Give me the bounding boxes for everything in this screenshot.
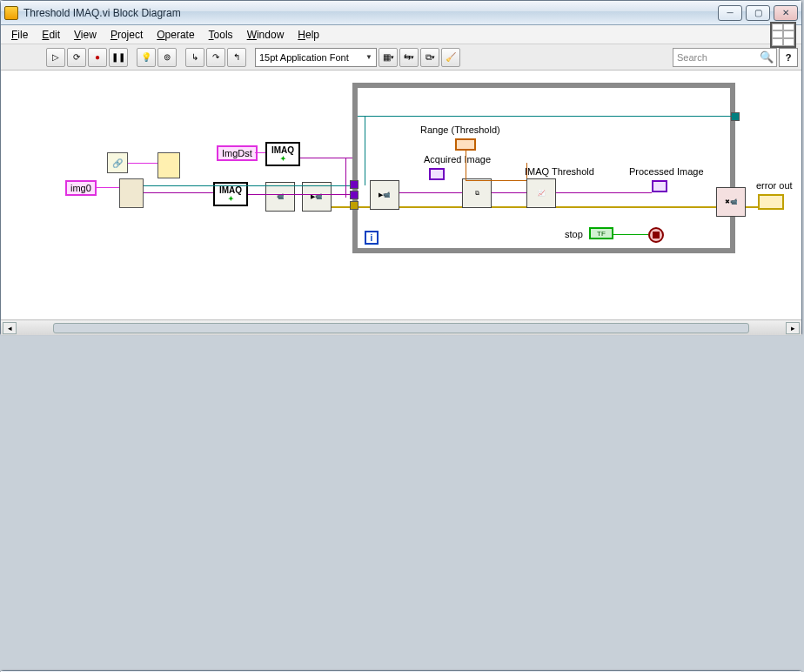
distribute-button[interactable]: ⇆▾ (399, 48, 419, 67)
step-out-button[interactable]: ↰ (227, 48, 246, 67)
align-button[interactable]: ▦▾ (379, 48, 398, 67)
menu-tools[interactable]: Tools (202, 27, 240, 43)
indicator-acquired-terminal[interactable] (429, 168, 445, 180)
scroll-left-icon: ◂ (3, 322, 17, 334)
cluster-unbundle-node[interactable] (157, 152, 180, 178)
minimize-button[interactable]: ─ (718, 5, 742, 21)
loop-iteration-terminal[interactable]: i (365, 231, 379, 245)
horizontal-scrollbar[interactable]: ◂ ▸ (1, 319, 801, 335)
titlebar[interactable]: Threshold IMAQ.vi Block Diagram ─ ▢ ✕ (1, 1, 801, 25)
toolbar: ▷ ⟳ ● ❚❚ 💡 ⊚ ↳ ↷ ↰ 15pt Application Font… (1, 44, 801, 71)
scroll-right-icon: ▸ (786, 322, 800, 334)
font-label: 15pt Application Font (259, 52, 349, 63)
imaq-enum-node[interactable]: 🔗 (107, 152, 128, 173)
indicator-errorout-terminal[interactable] (758, 194, 784, 210)
step-over-button[interactable]: ↷ (206, 48, 225, 67)
search-placeholder: Search (677, 52, 707, 63)
imaq-open-node[interactable] (119, 178, 144, 208)
help-button[interactable]: ? (779, 48, 798, 67)
vi-file-icon (4, 6, 18, 20)
imaq-grab-setup-node[interactable]: ▶📹 (302, 182, 332, 212)
search-input[interactable]: Search 🔍 (673, 48, 777, 67)
label-acquired: Acquired Image (424, 154, 491, 165)
maximize-button[interactable]: ▢ (746, 5, 770, 21)
reorder-button[interactable]: ⧉▾ (420, 48, 439, 67)
block-diagram-canvas[interactable]: img0 🔗 ImgDst IMAQ IMAQ 📹 ▶📹 ▶📹 Range (T… (1, 71, 801, 319)
tunnel (350, 201, 358, 210)
loop-condition-terminal[interactable] (648, 227, 664, 243)
imaq-close-node[interactable]: ✖📹 (716, 187, 746, 217)
control-range-terminal[interactable] (455, 138, 476, 151)
abort-button[interactable]: ● (88, 48, 107, 67)
menubar: File Edit View Project Operate Tools Win… (1, 25, 801, 44)
menu-project[interactable]: Project (104, 27, 150, 43)
menu-edit[interactable]: Edit (35, 27, 67, 43)
imaq-configure-node[interactable]: 📹 (265, 182, 295, 212)
label-processed: Processed Image (629, 166, 704, 177)
control-img0[interactable]: img0 (65, 180, 97, 196)
window-title: Threshold IMAQ.vi Block Diagram (23, 7, 714, 19)
imaq-copy-node[interactable]: ⧉ (462, 178, 492, 208)
indicator-processed-terminal[interactable] (652, 180, 667, 192)
step-into-button[interactable]: ↳ (185, 48, 204, 67)
pause-button[interactable]: ❚❚ (109, 48, 128, 67)
label-threshold: IMAQ Threshold (525, 166, 594, 177)
imaq-create-node-1[interactable]: IMAQ (265, 142, 300, 166)
menu-help[interactable]: Help (291, 27, 326, 43)
control-imgdst[interactable]: ImgDst (217, 145, 258, 161)
tunnel (350, 180, 358, 189)
label-stop: stop (565, 229, 583, 239)
menu-window[interactable]: Window (240, 27, 291, 43)
label-errorout: error out (756, 180, 793, 191)
connector-pane-icon[interactable] (770, 22, 796, 48)
font-selector[interactable]: 15pt Application Font ▼ (255, 48, 377, 67)
close-button[interactable]: ✕ (774, 5, 798, 21)
run-continuous-button[interactable]: ⟳ (67, 48, 86, 67)
cleanup-button[interactable]: 🧹 (441, 48, 460, 67)
tunnel (731, 112, 740, 121)
run-button[interactable]: ▷ (46, 48, 65, 67)
menu-operate[interactable]: Operate (150, 27, 201, 43)
control-stop-terminal[interactable]: TF (589, 227, 613, 239)
highlight-exec-button[interactable]: 💡 (137, 48, 156, 67)
imaq-threshold-node[interactable]: 📈 (526, 178, 556, 208)
menu-file[interactable]: File (4, 27, 35, 43)
imaq-grab-node[interactable]: ▶📹 (370, 180, 399, 210)
retain-wire-button[interactable]: ⊚ (157, 48, 177, 67)
menu-view[interactable]: View (67, 27, 104, 43)
tunnel (350, 191, 358, 199)
search-icon: 🔍 (760, 50, 774, 64)
label-range: Range (Threshold) (420, 124, 500, 135)
scrollbar-thumb (53, 323, 749, 333)
chevron-down-icon: ▼ (365, 53, 372, 61)
